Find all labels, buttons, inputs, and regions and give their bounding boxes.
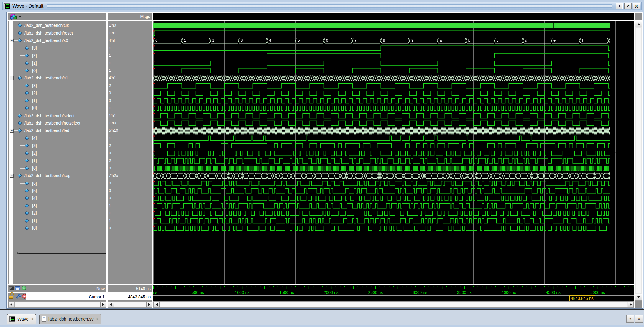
signal-row[interactable]: [2]	[8, 150, 106, 157]
signal-value-row[interactable]: 1	[108, 67, 152, 74]
signal-row[interactable]: [3]	[8, 82, 106, 89]
signal-value-row[interactable]: 1	[108, 202, 152, 210]
signal-row[interactable]: /lab2_dsh_testbench/notselect	[8, 120, 106, 127]
signal-value-row[interactable]: 0	[108, 225, 152, 232]
signal-row[interactable]: [2]	[8, 210, 106, 217]
lock-cursor-icon[interactable]	[9, 296, 13, 299]
signal-row[interactable]: −/lab2_dsh_testbench/s0	[8, 37, 106, 44]
signal-value-row[interactable]: 1	[108, 52, 152, 59]
collapse-expander[interactable]: −	[10, 76, 14, 80]
signal-name[interactable]: [0]	[32, 226, 37, 230]
select-mode-icon[interactable]	[9, 286, 14, 290]
signal-row[interactable]: −/lab2_dsh_testbench/seg	[8, 172, 106, 179]
signal-names-pane[interactable]: /lab2_dsh_testbench/clk/lab2_dsh_testben…	[8, 21, 106, 284]
zoom-add-button[interactable]: +	[616, 3, 623, 9]
signal-row[interactable]: [3]	[8, 202, 106, 210]
signal-value-row[interactable]: 4'hf	[108, 37, 152, 44]
signal-row[interactable]: [4]	[8, 194, 106, 202]
signal-name[interactable]: /lab2_dsh_testbench/s0	[24, 38, 68, 43]
signal-row[interactable]: /lab2_dsh_testbench/select	[8, 112, 106, 120]
signal-name[interactable]: [0]	[32, 68, 37, 73]
signal-row[interactable]: [0]	[8, 165, 106, 172]
tab-wave[interactable]: Wave ×	[7, 314, 36, 324]
signal-row[interactable]: [6]	[8, 180, 106, 187]
signal-row[interactable]: −/lab2_dsh_testbench/led	[8, 127, 106, 134]
scroll-down-button[interactable]	[635, 294, 642, 300]
signal-name[interactable]: [4]	[32, 196, 37, 200]
tab-scroll-next-button[interactable]: »	[635, 315, 643, 323]
chevron-down-icon[interactable]	[19, 16, 22, 17]
signal-name[interactable]: /lab2_dsh_testbench/clk	[24, 23, 69, 28]
signal-name[interactable]: /lab2_dsh_testbench/seg	[24, 173, 70, 178]
signal-row[interactable]: [2]	[8, 52, 106, 59]
signal-values-pane[interactable]: 1'h01'h14'hf11114'h100011'h11'h05'h10100…	[108, 21, 152, 284]
signal-name[interactable]: [6]	[32, 181, 37, 186]
values-column-header[interactable]: Msgs	[108, 13, 152, 20]
signal-row[interactable]: [0]	[8, 104, 106, 112]
signal-name[interactable]: [2]	[32, 91, 37, 95]
signal-value-row[interactable]: 0	[108, 89, 152, 97]
titlebar-grip[interactable]	[47, 4, 612, 8]
signal-row[interactable]: /lab2_dsh_testbench/clk	[8, 22, 106, 29]
signal-value-row[interactable]: 0	[108, 97, 152, 104]
collapse-expander[interactable]: −	[10, 39, 14, 42]
signal-value-row[interactable]: 1	[108, 217, 152, 225]
signal-value-row[interactable]: 1	[108, 135, 152, 142]
signal-value-row[interactable]: 0	[108, 157, 152, 164]
signal-row[interactable]: [1]	[8, 157, 106, 164]
scroll-right-button[interactable]	[100, 302, 106, 307]
signal-row[interactable]: [3]	[8, 45, 106, 52]
tab-scroll-prev-button[interactable]: «	[626, 315, 634, 323]
signal-name[interactable]: [3]	[32, 83, 37, 88]
signal-row[interactable]: [0]	[8, 67, 106, 74]
signal-name[interactable]: [1]	[32, 61, 37, 66]
scroll-up-button[interactable]	[635, 21, 642, 27]
wave-hscrollbar[interactable]	[153, 301, 634, 308]
signal-value-row[interactable]: 0	[108, 194, 152, 202]
signal-value-row[interactable]: 0	[108, 165, 152, 172]
signal-value-row[interactable]: 1'h1	[108, 30, 152, 37]
signal-value-row[interactable]: 0	[108, 180, 152, 187]
signal-value-row[interactable]: 7'h0e	[108, 172, 152, 179]
values-hscrollbar[interactable]	[108, 301, 152, 308]
signal-name[interactable]: /lab2_dsh_testbench/led	[24, 128, 69, 133]
signal-name[interactable]: [2]	[32, 53, 37, 58]
scroll-left-button[interactable]	[8, 302, 14, 307]
signal-row[interactable]: [1]	[8, 217, 106, 225]
signal-value-row[interactable]: 0	[108, 187, 152, 194]
add-cursor-button[interactable]: +	[22, 286, 26, 290]
signal-value-row[interactable]: 0	[108, 142, 152, 149]
signal-value-row[interactable]: 1'h0	[108, 120, 152, 127]
signal-name[interactable]: [1]	[32, 158, 37, 163]
signal-value-row[interactable]: 1	[108, 60, 152, 67]
title-bar[interactable]: Wave - Default + ↗ X	[2, 2, 642, 10]
timeline-ruler[interactable]: 4843.845 ns	[153, 285, 634, 301]
signal-name[interactable]: [2]	[32, 151, 37, 156]
vscroll-thumb[interactable]	[636, 28, 641, 293]
signal-name[interactable]: [4]	[32, 136, 37, 140]
signal-row[interactable]: [3]	[8, 142, 106, 149]
names-column-header[interactable]	[8, 13, 106, 20]
edit-cursor-icon[interactable]	[16, 294, 20, 299]
cursor-time-box[interactable]: 4843.845 ns	[569, 295, 595, 301]
names-hscrollbar[interactable]	[8, 301, 106, 308]
signal-value-row[interactable]: 4'h1	[108, 74, 152, 82]
signal-name[interactable]: [0]	[32, 166, 37, 171]
undock-button[interactable]: ↗	[624, 3, 632, 9]
signal-name[interactable]: [2]	[32, 211, 37, 215]
signal-row[interactable]: [1]	[8, 97, 106, 104]
scroll-right-button[interactable]	[628, 302, 634, 307]
signal-row[interactable]: [5]	[8, 187, 106, 194]
signal-row[interactable]: /lab2_dsh_testbench/reset	[8, 30, 106, 37]
scroll-left-button[interactable]	[108, 302, 114, 307]
signal-name[interactable]: [3]	[32, 143, 37, 148]
signal-name[interactable]: /lab2_dsh_testbench/notselect	[24, 121, 80, 125]
wave-vscrollbar[interactable]	[635, 21, 642, 301]
collapse-expander[interactable]: −	[10, 129, 14, 133]
signal-value-row[interactable]: 5'h10	[108, 127, 152, 134]
cursor-name-field[interactable]: Cursor 1	[26, 293, 106, 300]
waveform-canvas[interactable]	[153, 21, 634, 284]
window-pane-icon[interactable]	[15, 286, 20, 290]
signal-row[interactable]: [1]	[8, 60, 106, 67]
signal-value-row[interactable]: 1	[108, 210, 152, 217]
